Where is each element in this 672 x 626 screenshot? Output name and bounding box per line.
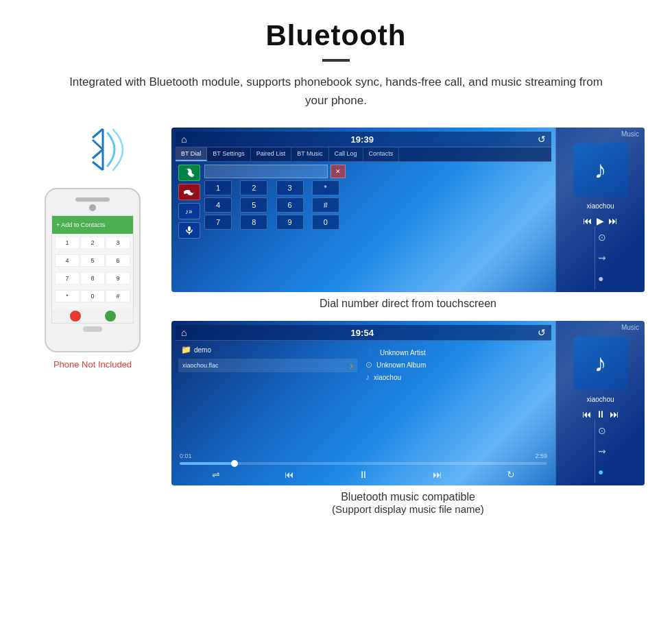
dial-key-7[interactable]: 7 — [204, 215, 232, 230]
progress-knob[interactable] — [231, 460, 238, 467]
end-call-button[interactable] — [178, 184, 200, 200]
phone-key-9[interactable]: 9 — [106, 272, 130, 285]
add-contact-label: + Add to Contacts — [56, 221, 105, 228]
dial-input[interactable] — [204, 165, 328, 178]
wifi-icon: ⇝ — [598, 252, 606, 263]
play-button[interactable]: ▶ — [597, 215, 604, 226]
music-car-time: 19:54 — [351, 328, 374, 338]
dial-key-star[interactable]: * — [312, 180, 339, 195]
folder-icon: 📁 — [181, 345, 191, 354]
car-dial-screen: ⌂ 19:39 ↺ BT Dial BT Settings Paired Lis… — [171, 128, 645, 292]
phone-key-4[interactable]: 4 — [55, 254, 80, 267]
music-folder-row: 📁 demo — [178, 344, 357, 356]
dial-key-8[interactable]: 8 — [240, 215, 267, 230]
bottom-captions: Bluetooth music compatible (Support disp… — [171, 491, 645, 515]
music-clock-icon: ⊙ — [598, 425, 606, 436]
dial-key-6[interactable]: 6 — [276, 197, 304, 213]
artist-icon: 👤 — [365, 348, 376, 357]
shuffle-button[interactable]: ⇌ — [212, 469, 220, 480]
page-subtitle: Integrated with Bluetooth module, suppor… — [62, 73, 610, 110]
music-caption-sub: (Support display music file name) — [171, 503, 645, 515]
phone-key-3[interactable]: 3 — [106, 237, 130, 249]
phone-key-hash[interactable]: # — [106, 290, 130, 302]
phone-home-button[interactable] — [83, 326, 102, 332]
dial-key-2[interactable]: 2 — [240, 180, 267, 195]
phone-call-button[interactable] — [105, 311, 116, 322]
next-track-button[interactable]: ⏭ — [608, 215, 618, 226]
dial-key-0[interactable]: 0 — [312, 215, 339, 230]
music-screen-left: ⌂ 19:54 ↺ 📁 demo xiaochou.flac — [171, 321, 555, 485]
prev-track-button[interactable]: ⏮ — [583, 215, 592, 226]
tab-bt-settings[interactable]: BT Settings — [207, 147, 250, 161]
phone-block: + Add to Contacts 1 2 3 4 5 6 7 8 9 * 0 — [27, 128, 158, 370]
dial-clear-button[interactable]: ✕ — [331, 165, 346, 178]
phone-key-0[interactable]: 0 — [80, 290, 105, 302]
dial-input-row: ✕ — [204, 165, 346, 178]
tab-paired-list[interactable]: Paired List — [251, 147, 292, 161]
phone-speaker — [75, 197, 110, 202]
tab-contacts[interactable]: Contacts — [363, 147, 400, 161]
phone-end-button[interactable] — [70, 311, 81, 322]
next-button[interactable]: ⏭ — [433, 469, 442, 480]
call-button[interactable] — [178, 165, 200, 181]
phone-key-6[interactable]: 6 — [106, 254, 130, 267]
phone-key-5[interactable]: 5 — [80, 254, 105, 267]
music-back-icon[interactable]: ↺ — [538, 327, 546, 338]
pause-button[interactable]: ⏸ — [359, 469, 368, 480]
dial-key-5[interactable]: 5 — [240, 197, 267, 213]
dial-key-3[interactable]: 3 — [276, 180, 304, 195]
phone-key-8[interactable]: 8 — [80, 272, 105, 285]
music-note-icon2: ♪ — [595, 349, 607, 378]
phone-bottom-bar — [52, 309, 133, 323]
svg-line-0 — [93, 149, 103, 158]
music-next-button[interactable]: ⏭ — [610, 409, 619, 420]
music-pause-button[interactable]: ⏸ — [596, 409, 605, 420]
music-track-name: xiaochou — [586, 396, 614, 403]
tab-call-log[interactable]: Call Log — [329, 147, 363, 161]
svg-text:♪»: ♪» — [185, 208, 193, 215]
microphone-button[interactable] — [178, 222, 200, 239]
phone-key-1[interactable]: 1 — [55, 237, 80, 249]
folder-name: demo — [194, 346, 211, 354]
prev-button[interactable]: ⏮ — [285, 469, 294, 480]
dial-key-9[interactable]: 9 — [276, 215, 304, 230]
car-topbar: ⌂ 19:39 ↺ — [176, 132, 551, 147]
progress-end: 2:59 — [535, 453, 547, 459]
svg-rect-7 — [188, 226, 191, 231]
right-side-icons: ⊙ ⇝ ● — [595, 226, 606, 289]
repeat-button[interactable]: ↻ — [507, 469, 515, 480]
tab-bt-music[interactable]: BT Music — [291, 147, 328, 161]
phone-mockup: + Add to Contacts 1 2 3 4 5 6 7 8 9 * 0 — [45, 188, 141, 352]
phone-dialpad: 1 2 3 4 5 6 7 8 9 * 0 # — [52, 234, 133, 309]
music-home-icon[interactable]: ⌂ — [181, 327, 187, 338]
dial-key-1[interactable]: 1 — [204, 180, 232, 195]
bt-signal-icon — [79, 128, 127, 176]
music-screen-right: Music ♪ xiaochou ⏮ ⏸ ⏭ ⊙ ⇝ ● — [555, 321, 645, 485]
dial-area: ♪» — [176, 162, 551, 288]
dial-music-controls: ⏮ ▶ ⏭ — [583, 215, 618, 226]
music-file-name: xiaochou.flac — [182, 362, 219, 369]
music-prev-button[interactable]: ⏮ — [582, 409, 592, 420]
dial-key-hash[interactable]: # — [312, 197, 339, 213]
content-area: + Add to Contacts 1 2 3 4 5 6 7 8 9 * 0 — [0, 121, 672, 529]
svg-line-2 — [93, 162, 103, 170]
music-album-row: ⊙ Unknown Album — [365, 360, 544, 370]
dial-key-4[interactable]: 4 — [204, 197, 232, 213]
car-back-icon[interactable]: ↺ — [538, 134, 546, 145]
tab-bt-dial[interactable]: BT Dial — [176, 147, 207, 161]
music-song-row: ♪ xiaochou — [365, 372, 544, 382]
phone-key-star[interactable]: * — [55, 290, 80, 302]
music-song: xiaochou — [374, 374, 401, 381]
dial-track-name: xiaochou — [586, 202, 614, 210]
album-icon: ⊙ — [365, 360, 372, 370]
mute-button[interactable]: ♪» — [178, 203, 200, 219]
phone-key-7[interactable]: 7 — [55, 272, 80, 285]
progress-fill — [180, 462, 235, 465]
phone-key-2[interactable]: 2 — [80, 237, 105, 249]
car-music-screen: ⌂ 19:54 ↺ 📁 demo xiaochou.flac — [171, 321, 645, 485]
music-file-row[interactable]: xiaochou.flac › — [178, 359, 357, 372]
page-title: Bluetooth — [41, 19, 631, 52]
music-info-area: 👤 Unknown Artist ⊙ Unknown Album ♪ xiaoc… — [361, 344, 549, 447]
progress-bar[interactable] — [180, 462, 547, 465]
car-home-icon[interactable]: ⌂ — [181, 134, 187, 145]
